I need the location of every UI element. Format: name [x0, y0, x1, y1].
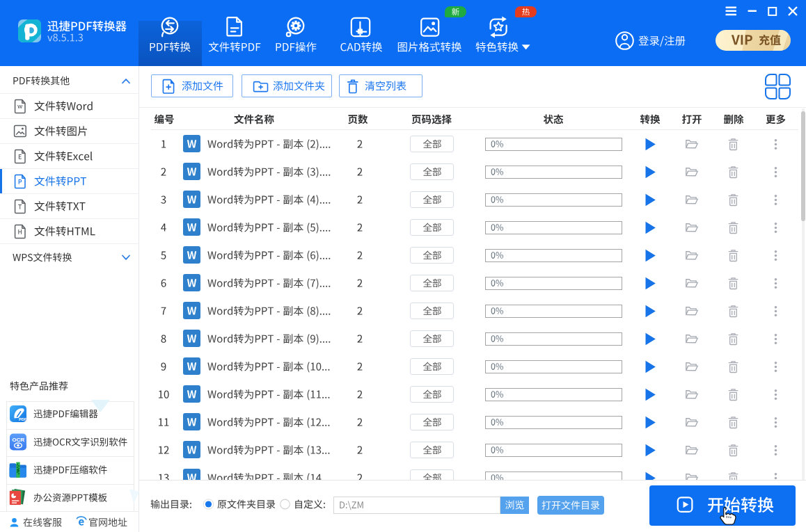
- svg-text:PDF: PDF: [19, 417, 27, 421]
- svg-text:OCR: OCR: [12, 437, 24, 443]
